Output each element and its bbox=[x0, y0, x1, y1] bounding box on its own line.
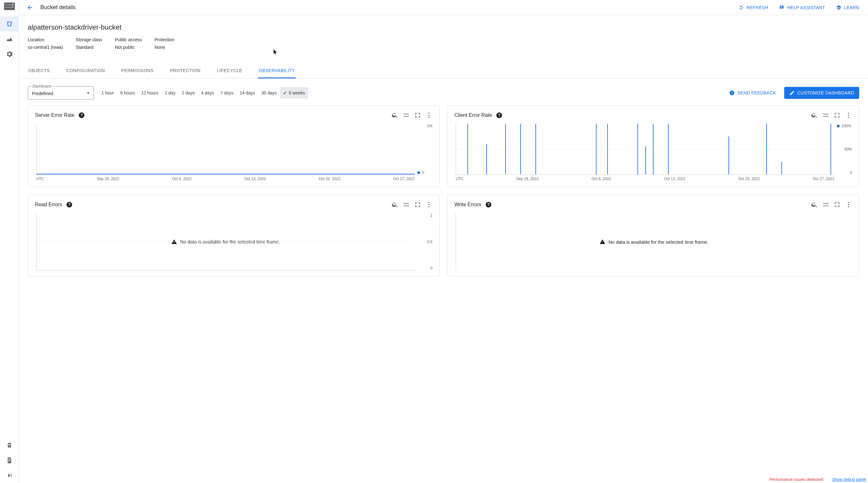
y-mid: 0.5 bbox=[417, 239, 432, 244]
legend-icon[interactable] bbox=[403, 112, 410, 119]
legend-icon[interactable] bbox=[822, 201, 829, 208]
y-mid: 50% bbox=[837, 147, 852, 152]
xaxis-label: Oct 20, 2022 bbox=[738, 176, 760, 181]
storage-product-icon[interactable] bbox=[4, 2, 15, 10]
tab-permissions[interactable]: PERMISSIONS bbox=[121, 64, 154, 78]
zoom-icon[interactable] bbox=[392, 201, 398, 208]
bar bbox=[728, 136, 729, 174]
svg-point-8 bbox=[848, 117, 849, 118]
xaxis-label: UTC bbox=[36, 176, 44, 181]
bar bbox=[535, 124, 536, 174]
help-icon[interactable]: ? bbox=[79, 112, 84, 118]
meta-value: None bbox=[154, 45, 174, 50]
nodata-text: No data is available for the selected ti… bbox=[609, 239, 708, 245]
xaxis-label: Sep 29, 2022 bbox=[97, 176, 119, 181]
xaxis-label: Oct 27, 2022 bbox=[393, 176, 415, 181]
bar bbox=[505, 124, 506, 174]
customize-label: CUSTOMIZE DASHBOARD bbox=[798, 90, 854, 95]
warning-icon bbox=[600, 239, 605, 245]
bar bbox=[607, 124, 608, 174]
time-range-chip[interactable]: 30 days bbox=[258, 87, 280, 99]
more-icon[interactable] bbox=[426, 201, 432, 208]
help-icon[interactable]: ? bbox=[486, 202, 491, 207]
more-icon[interactable] bbox=[845, 201, 852, 208]
time-range-chip[interactable]: 7 days bbox=[217, 87, 237, 99]
client-error-chart[interactable] bbox=[456, 124, 834, 175]
tab-protection[interactable]: PROTECTION bbox=[169, 64, 201, 78]
svg-rect-2 bbox=[732, 94, 733, 94]
xaxis-label: Oct 13, 2022 bbox=[664, 176, 686, 181]
nav-release-notes-icon[interactable] bbox=[0, 453, 19, 468]
fullscreen-icon[interactable] bbox=[834, 201, 841, 208]
more-icon[interactable] bbox=[426, 112, 432, 119]
time-range-chip[interactable]: 12 hours bbox=[138, 87, 161, 99]
nav-settings-icon[interactable] bbox=[0, 46, 19, 62]
card-write-errors: Write Errors ? No data is available for bbox=[447, 195, 859, 277]
bar bbox=[766, 124, 767, 174]
show-debug-panel-link[interactable]: Show debug panel bbox=[832, 477, 866, 482]
svg-point-10 bbox=[428, 204, 430, 205]
xaxis-label: UTC bbox=[456, 176, 464, 181]
bar bbox=[486, 144, 487, 174]
card-client-error-rate: Client Error Rate ? bbox=[447, 105, 859, 187]
send-feedback-button[interactable]: SEND FEEDBACK bbox=[725, 87, 779, 99]
time-range-chip[interactable]: 1 day bbox=[161, 87, 179, 99]
write-errors-chart[interactable]: No data is available for the selected ti… bbox=[456, 213, 852, 270]
xaxis-label: Oct 27, 2022 bbox=[812, 176, 834, 181]
learn-button[interactable]: LEARN bbox=[834, 2, 861, 13]
tab-configuration[interactable]: CONFIGURATION bbox=[65, 64, 105, 78]
y-top: 1% bbox=[417, 124, 432, 128]
bar bbox=[831, 124, 831, 174]
time-range-chip[interactable]: 6 weeks bbox=[280, 87, 308, 99]
svg-point-9 bbox=[428, 202, 430, 203]
card-server-error-rate: Server Error Rate ? 1% bbox=[28, 105, 440, 187]
time-range-chip[interactable]: 6 hours bbox=[117, 87, 138, 99]
dashboard-select[interactable]: Dashboard Predefined bbox=[28, 86, 94, 99]
nav-marketplace-icon[interactable] bbox=[0, 438, 19, 453]
read-errors-chart[interactable]: No data is available for the selected ti… bbox=[36, 213, 415, 270]
bar bbox=[668, 124, 669, 174]
fullscreen-icon[interactable] bbox=[414, 201, 421, 208]
bar bbox=[781, 162, 782, 174]
dashboard-select-value: Predefined bbox=[32, 91, 53, 96]
fullscreen-icon[interactable] bbox=[414, 112, 421, 119]
help-assistant-button[interactable]: HELP ASSISTANT bbox=[777, 2, 827, 13]
legend-icon[interactable] bbox=[822, 112, 829, 119]
nav-monitoring-icon[interactable] bbox=[0, 31, 19, 46]
help-icon[interactable]: ? bbox=[66, 202, 72, 207]
refresh-button[interactable]: REFRESH bbox=[736, 2, 770, 13]
nav-buckets[interactable] bbox=[0, 17, 19, 31]
xaxis-label: Oct 20, 2022 bbox=[319, 176, 340, 181]
zoom-icon[interactable] bbox=[811, 201, 818, 208]
card-title: Read Errors bbox=[35, 202, 62, 207]
xaxis-label: Oct 6, 2022 bbox=[591, 176, 611, 181]
zoom-icon[interactable] bbox=[811, 112, 818, 119]
server-error-chart[interactable] bbox=[36, 124, 415, 175]
svg-point-12 bbox=[848, 202, 849, 203]
zoom-icon[interactable] bbox=[392, 112, 398, 119]
time-range-chip[interactable]: 14 days bbox=[237, 87, 258, 99]
bar bbox=[520, 124, 521, 174]
customize-dashboard-button[interactable]: CUSTOMIZE DASHBOARD bbox=[784, 87, 859, 99]
svg-rect-1 bbox=[732, 92, 733, 94]
tab-observability[interactable]: OBSERVABILITY bbox=[258, 64, 296, 78]
tab-lifecycle[interactable]: LIFECYCLE bbox=[216, 64, 243, 78]
bar bbox=[645, 147, 646, 174]
svg-point-6 bbox=[848, 113, 849, 114]
more-icon[interactable] bbox=[845, 112, 852, 119]
time-range-chip[interactable]: 2 days bbox=[179, 87, 198, 99]
tab-objects[interactable]: OBJECTS bbox=[28, 64, 51, 78]
back-arrow-icon[interactable] bbox=[27, 4, 33, 11]
y-top: 1 bbox=[417, 213, 432, 218]
legend-icon[interactable] bbox=[403, 201, 410, 208]
learn-label: LEARN bbox=[844, 5, 859, 10]
bar bbox=[653, 124, 653, 174]
meta-value: us-central1 (Iowa) bbox=[28, 45, 63, 50]
time-range-chip[interactable]: 1 hour bbox=[98, 87, 117, 99]
y-bot: 0 bbox=[422, 170, 424, 175]
bar bbox=[596, 124, 596, 174]
time-range-chip[interactable]: 4 days bbox=[198, 87, 217, 99]
fullscreen-icon[interactable] bbox=[834, 112, 841, 119]
help-icon[interactable]: ? bbox=[496, 112, 502, 118]
nav-collapse-icon[interactable] bbox=[0, 468, 19, 483]
